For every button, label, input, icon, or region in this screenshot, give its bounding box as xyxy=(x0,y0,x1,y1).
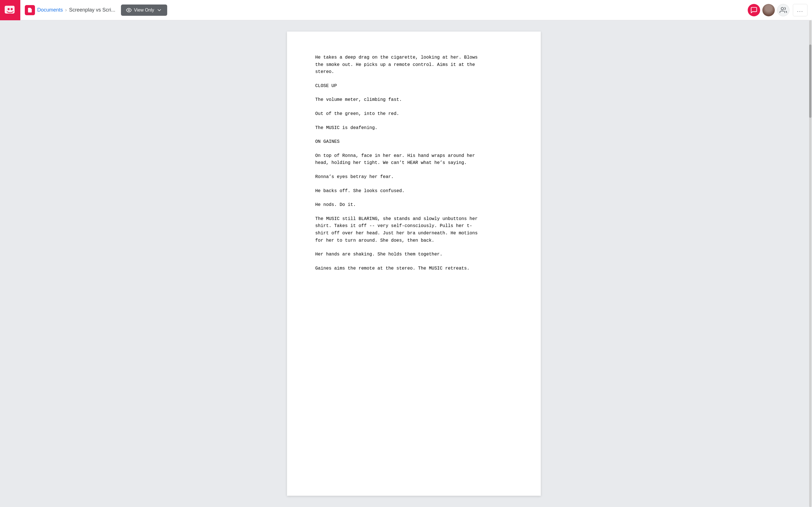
screenplay-block: ON GAINES xyxy=(315,138,513,146)
scrollbar-thumb[interactable] xyxy=(809,45,811,117)
more-dots: ... xyxy=(797,7,804,13)
navbar: Documents › Screenplay vs Scri... View O… xyxy=(0,0,812,20)
breadcrumb-current: Screenplay vs Scri... xyxy=(69,7,115,13)
svg-point-3 xyxy=(11,8,13,10)
document-icon xyxy=(27,7,33,13)
right-panel xyxy=(808,20,812,507)
screenplay-block: Her hands are shaking. She holds them to… xyxy=(315,251,513,258)
screenplay-block: He nods. Do it. xyxy=(315,202,513,209)
screenplay-content: He takes a deep drag on the cigarette, l… xyxy=(315,54,513,272)
navbar-right: ... xyxy=(748,4,808,16)
breadcrumb-separator: › xyxy=(65,7,67,13)
doc-icon-wrapper xyxy=(25,5,35,15)
document-page: He takes a deep drag on the cigarette, l… xyxy=(287,32,541,496)
chat-icon xyxy=(750,6,758,14)
svg-point-2 xyxy=(8,8,10,10)
screenplay-block: He backs off. She looks confused. xyxy=(315,187,513,195)
screenplay-block: Out of the green, into the red. xyxy=(315,110,513,118)
people-icon xyxy=(779,6,787,14)
screenplay-block: The MUSIC is deafening. xyxy=(315,124,513,132)
screenplay-block: He takes a deep drag on the cigarette, l… xyxy=(315,54,513,76)
eye-icon xyxy=(126,7,132,13)
chat-button[interactable] xyxy=(748,4,760,16)
screenplay-block: CLOSE UP xyxy=(315,82,513,90)
user-avatar[interactable] xyxy=(762,4,775,16)
view-only-label: View Only xyxy=(134,8,154,13)
chevron-down-icon xyxy=(156,7,162,13)
screenplay-block: The volume meter, climbing fast. xyxy=(315,96,513,104)
logo-icon xyxy=(4,4,16,16)
app-logo[interactable] xyxy=(0,0,20,20)
avatar-image xyxy=(762,4,775,16)
screenplay-block: Ronna’s eyes betray her fear. xyxy=(315,173,513,181)
screenplay-block: Gaines aims the remote at the stereo. Th… xyxy=(315,265,513,272)
breadcrumb-home[interactable]: Documents xyxy=(37,7,63,13)
left-sidebar xyxy=(0,20,20,507)
people-button[interactable] xyxy=(777,4,790,16)
svg-point-6 xyxy=(128,9,130,11)
screenplay-block: The MUSIC still BLARING, she stands and … xyxy=(315,216,513,244)
document-wrapper[interactable]: He takes a deep drag on the cigarette, l… xyxy=(20,20,808,507)
view-only-button[interactable]: View Only xyxy=(121,4,167,16)
svg-point-7 xyxy=(781,7,783,10)
screenplay-block: On top of Ronna, face in her ear. His ha… xyxy=(315,152,513,167)
more-button[interactable]: ... xyxy=(793,4,808,16)
main-content: He takes a deep drag on the cigarette, l… xyxy=(0,20,812,507)
scrollbar-track[interactable] xyxy=(809,20,811,507)
breadcrumb: Documents › Screenplay vs Scri... xyxy=(25,5,115,15)
